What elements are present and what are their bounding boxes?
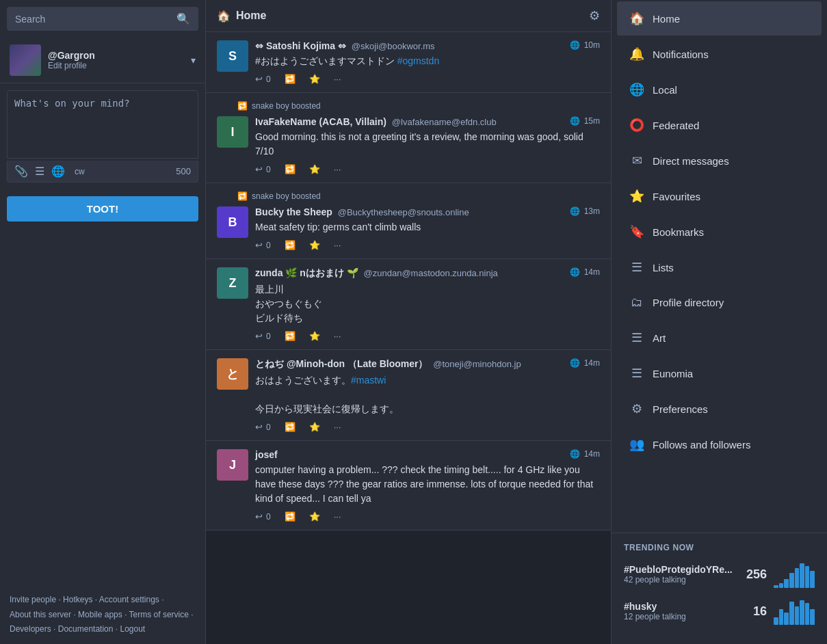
terms-link[interactable]: Terms of service [129,610,189,619]
search-bar[interactable]: 🔍 [7,7,198,31]
post-visibility-icon: 🌐 [570,267,580,277]
post-header: とねぢ @Minoh-don （Late Bloomer） @toneji@mi… [255,358,600,371]
post-content: zunda 🌿 nはおまけ 🌱 @zundan@mastodon.zunda.n… [255,267,600,341]
search-input[interactable] [15,14,176,25]
nav-item-label: Art [653,332,666,344]
eunomia-icon: ☰ [629,366,644,381]
boost-button[interactable]: 🔁 [285,331,296,341]
more-button[interactable]: ··· [334,422,341,432]
boost-button[interactable]: 🔁 [285,422,296,432]
post-content: josef 🌐 14m computer having a problem...… [255,449,600,522]
favourite-button[interactable]: ⭐ [309,74,320,84]
boost-button[interactable]: 🔁 [285,164,296,174]
trending-item[interactable]: #PuebloProtegidoYRe... 42 people talking… [624,561,815,588]
post-text: 最上川おやつもぐもぐビルド待ち [255,282,600,325]
nav-item-federated[interactable]: ⭕ Federated [617,108,822,142]
nav-item-eunomia[interactable]: ☰ Eunomia [617,356,822,390]
attachment-icon[interactable]: 📎 [14,165,28,178]
nav-item-notifications[interactable]: 🔔 Notifications [617,37,822,71]
nav-item-preferences[interactable]: ⚙ Preferences [617,392,822,426]
account-settings-link[interactable]: Account settings [99,595,159,604]
nav-item-follows[interactable]: 👥 Follows and followers [617,427,822,461]
more-button[interactable]: ··· [334,164,341,174]
post-content: とねぢ @Minoh-don （Late Bloomer） @toneji@mi… [255,358,600,432]
post-author-name[interactable]: IvaFakeName (ACAB, Villain) [255,116,386,127]
chevron-down-icon[interactable]: ▾ [191,55,196,66]
reply-button[interactable]: ↩ 0 [255,164,271,174]
search-button[interactable]: 🔍 [176,12,190,25]
boost-button[interactable]: 🔁 [285,74,296,84]
post-visibility-icon: 🌐 [570,206,580,216]
boost-button[interactable]: 🔁 [285,240,296,250]
favourite-button[interactable]: ⭐ [309,511,320,522]
boost-indicator: 🔁 snake boy boosted [217,191,600,201]
post-author-name[interactable]: とねぢ @Minoh-don （Late Bloomer） [255,358,428,369]
post-time: 10m [584,40,600,50]
trending-bar [800,563,804,588]
reply-button[interactable]: ↩ 0 [255,422,271,432]
boost-button[interactable]: 🔁 [285,511,296,522]
post-author-name[interactable]: ⇔ Satoshi Kojima ⇔ [255,40,346,51]
cw-button[interactable]: cw [75,167,85,176]
nav-item-favourites[interactable]: ⭐ Favourites [617,179,822,213]
feed-settings-button[interactable]: ⚙ [589,8,600,23]
reply-button[interactable]: ↩ 0 [255,240,271,250]
trending-bar [800,600,804,625]
format-icon[interactable]: ☰ [35,165,44,178]
reply-button[interactable]: ↩ 0 [255,74,271,84]
documentation-link[interactable]: Documentation [58,624,114,634]
local-icon: 🌐 [629,82,644,97]
invite-people-link[interactable]: Invite people [10,595,56,604]
post-author-name[interactable]: zunda 🌿 nはおまけ 🌱 [255,267,358,278]
nav-item-lists[interactable]: ☰ Lists [617,250,822,284]
nav-item-direct[interactable]: ✉ Direct messages [617,144,822,178]
nav-item-home[interactable]: 🏠 Home [617,1,822,36]
trending-section: TRENDING NOW #PuebloProtegidoYRe... 42 p… [612,533,827,644]
repost-icon: 🔁 [285,240,296,250]
feed-title-label: Home [236,10,266,22]
avatar-placeholder: と [217,358,248,390]
trending-count: 16 [753,604,767,619]
post-text: #おはようございますマストドン #ogmstdn [255,54,600,68]
trending-bar [810,571,815,588]
post-author-handle: @zundan@mastodon.zunda.ninja [364,268,498,278]
developers-link[interactable]: Developers [10,624,51,634]
left-sidebar: 🔍 @Gargron Edit profile ▾ 📎 ☰ 🌐 cw 500 T… [0,0,205,644]
post-author-handle: @lvafakename@efdn.club [392,117,497,127]
nav-item-bookmarks[interactable]: 🔖 Bookmarks [617,215,822,249]
favourite-button[interactable]: ⭐ [309,240,320,250]
edit-profile-link[interactable]: Edit profile [48,61,184,70]
nav-item-art[interactable]: ☰ Art [617,321,822,355]
reply-button[interactable]: ↩ 0 [255,511,271,522]
mobile-apps-link[interactable]: Mobile apps [78,610,122,619]
favourite-button[interactable]: ⭐ [309,331,320,341]
star-icon: ⭐ [309,331,320,341]
profile-info: @Gargron Edit profile [48,50,184,70]
post-author-name[interactable]: Bucky the Sheep [255,206,332,217]
more-button[interactable]: ··· [334,331,341,341]
more-button[interactable]: ··· [334,240,341,250]
compose-textarea[interactable] [7,90,198,159]
more-button[interactable]: ··· [334,511,341,522]
feed-title: 🏠 Home [217,10,266,23]
trending-item[interactable]: #husky 12 people talking 16 [624,598,815,625]
favourite-button[interactable]: ⭐ [309,422,320,432]
footer-links: Invite people · Hotkeys · Account settin… [10,593,196,637]
more-button[interactable]: ··· [334,74,341,84]
trending-stats: 16 [753,598,815,625]
reply-count: 0 [266,75,271,84]
home-icon: 🏠 [217,10,231,23]
globe-icon[interactable]: 🌐 [51,165,65,178]
reply-button[interactable]: ↩ 0 [255,331,271,341]
nav-item-profile_directory[interactable]: 🗂 Profile directory [617,286,822,319]
right-sidebar: 🏠 Home 🔔 Notifications 🌐 Local ⭕ Federat… [612,0,827,644]
about-server-link[interactable]: About this server [10,610,71,619]
post-meta: 🌐 15m [570,116,600,126]
hotkeys-link[interactable]: Hotkeys [63,595,92,604]
post-author-name[interactable]: josef [255,449,278,460]
favourite-button[interactable]: ⭐ [309,164,320,174]
post-actions: ↩ 0 🔁 ⭐ ··· [255,511,600,522]
logout-link[interactable]: Logout [120,624,145,634]
nav-item-local[interactable]: 🌐 Local [617,72,822,107]
toot-button[interactable]: TOOT! [7,196,198,222]
